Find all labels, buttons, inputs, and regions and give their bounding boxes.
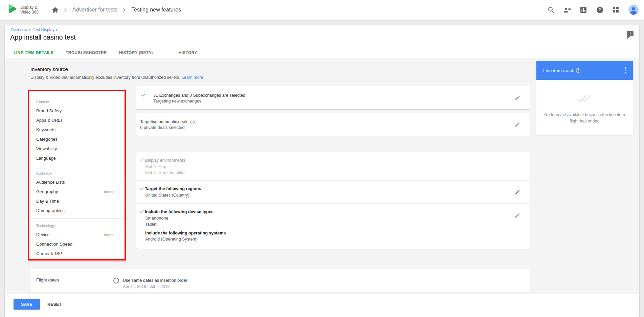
help-circle-icon[interactable]: ? [576, 68, 580, 73]
operating-systems-title: Include the following operating systems [145, 230, 525, 236]
home-icon[interactable] [52, 7, 59, 13]
geography-title: Target the following regions [145, 186, 525, 191]
devices-items: Smartphone Tablet Include the following … [141, 215, 525, 242]
added-badge: Added [104, 230, 114, 240]
chevron-right-icon [123, 8, 126, 12]
reports-icon[interactable] [580, 6, 587, 14]
action-footer: SAVE RESET [5, 294, 639, 317]
deals-card: Targeting automatic deals? 0 private dea… [136, 113, 530, 136]
sidebar-item-categories[interactable]: Categories [30, 135, 125, 144]
sidebar-item-connection-speed[interactable]: Connection Speed [30, 240, 125, 249]
geography-items: United States (Country) [141, 192, 525, 198]
environments-title: Display environments [145, 158, 525, 163]
help-icon[interactable]: ? [596, 6, 603, 14]
devices-row: Include the following device types Smart… [136, 203, 530, 249]
devices-title: Include the following device types [145, 209, 525, 214]
added-badge: Added [104, 187, 114, 197]
targeting-group-card: Display environments Mobile App Mobile A… [136, 152, 530, 249]
tab-troubleshooter[interactable]: TROUBLESHOOTER [60, 50, 112, 59]
dv360-logo[interactable]: Display & Video 360 [6, 3, 39, 17]
apps-grid-icon[interactable] [612, 6, 620, 14]
edit-pencil-icon[interactable] [514, 189, 520, 197]
breadcrumb-separator: › [29, 27, 30, 32]
date-range: Apr 24, 2019 - Jul 7, 2019 [123, 284, 170, 289]
section-title: Inventory source [30, 66, 68, 72]
sidebar-item-geography[interactable]: GeographyAdded [30, 187, 125, 197]
advertiser-breadcrumb[interactable]: Advertiser for tests [72, 7, 117, 13]
check-icon [139, 208, 145, 216]
sidebar-item-carrier-isp[interactable]: Carrier & ISP [30, 249, 125, 258]
flight-dates-card: Flight dates Use same dates as insertion… [30, 269, 530, 292]
sidebar-item-device[interactable]: DeviceAdded [30, 230, 125, 240]
help-circle-icon[interactable]: ? [190, 120, 195, 124]
dv360-logo-icon [6, 3, 18, 17]
reach-panel-title: Line item reach [543, 68, 574, 73]
tab-history-beta[interactable]: HISTORY (BETA) [114, 50, 158, 59]
exchanges-card: 31 Exchanges and 0 Subexchanges are sele… [136, 86, 530, 109]
radio-button[interactable] [113, 278, 119, 284]
double-check-icon [577, 94, 593, 104]
sidebar-item-audience-lists[interactable]: Audience Lists [30, 178, 125, 187]
search-icon[interactable] [547, 6, 555, 14]
reset-button[interactable]: RESET [47, 299, 62, 310]
user-avatar[interactable] [628, 5, 639, 15]
tab-bar: LINE ITEM DETAILS TROUBLESHOOTER HISTORY… [8, 50, 204, 59]
tab-history[interactable]: HISTORY [173, 50, 203, 59]
learn-more-link[interactable]: Learn more [182, 75, 203, 80]
reach-empty-message: No forecast available because the line i… [542, 112, 627, 124]
page-breadcrumb: Overview› Test Display› [10, 27, 59, 32]
edit-pencil-icon[interactable] [514, 121, 520, 129]
sidebar-item-brand-safety[interactable]: Brand Safety [30, 106, 125, 116]
line-item-details-content: Inventory source Display & Video 360 aut… [5, 58, 639, 294]
reach-panel-header: Line item reach ? [536, 61, 633, 80]
deals-subtitle: 0 private deals selected [140, 124, 525, 131]
page-title: App install casino test [10, 33, 75, 41]
exchanges-title: 31 Exchanges and 0 Subexchanges are sele… [153, 93, 525, 98]
sidebar-item-day-time[interactable]: Day & Time [30, 197, 125, 206]
manage-users-icon[interactable] [563, 6, 571, 14]
sidebar-item-demographics[interactable]: Demographics [30, 206, 125, 216]
divider [46, 5, 46, 15]
check-icon [139, 185, 145, 193]
product-name: Display & Video 360 [20, 5, 39, 15]
geography-row: Target the following regions United Stat… [136, 180, 530, 203]
save-button[interactable]: SAVE [14, 299, 40, 310]
menu-section-label: Technology [30, 221, 125, 230]
section-description: Display & Video 360 automatically exclud… [30, 75, 203, 80]
top-app-bar: Display & Video 360 Advertiser for tests… [0, 0, 644, 20]
environments-row: Display environments Mobile App Mobile A… [136, 152, 530, 180]
menu-section-audience: Audience Audience Lists GeographyAdded D… [30, 166, 125, 218]
environments-items: Mobile App Mobile App Interstitial [141, 164, 525, 176]
chevron-right-icon [64, 8, 67, 12]
flight-dates-label: Flight dates [36, 277, 59, 282]
sidebar-item-language[interactable]: Language [30, 154, 125, 163]
main-panel: Overview› Test Display› App install casi… [5, 25, 639, 317]
exchanges-subtitle: Targeting new exchanges [153, 98, 525, 104]
breadcrumb-separator: › [56, 27, 57, 32]
check-icon [140, 92, 146, 99]
deals-title: Targeting automatic deals? [140, 119, 525, 124]
radio-label: Use same dates as insertion order [123, 278, 187, 283]
check-icon-disabled [139, 157, 145, 164]
sidebar-item-apps-urls[interactable]: Apps & URLs [30, 116, 125, 125]
targeting-menu: Content Brand Safety Apps & URLs Keyword… [30, 91, 125, 261]
campaign-breadcrumb: Testing new features [131, 7, 181, 13]
menu-section-content: Content Brand Safety Apps & URLs Keyword… [30, 95, 125, 166]
tab-line-item-details[interactable]: LINE ITEM DETAILS [8, 50, 59, 59]
more-menu-icon[interactable] [623, 66, 627, 75]
menu-section-label: Content [30, 97, 125, 106]
breadcrumb-link-test-display[interactable]: Test Display [32, 27, 54, 32]
sidebar-item-viewability[interactable]: Viewability [30, 144, 125, 154]
menu-section-label: Audience [30, 169, 125, 178]
menu-section-technology: Technology DeviceAdded Connection Speed … [30, 218, 125, 261]
edit-pencil-icon[interactable] [514, 95, 520, 102]
feedback-icon[interactable]: ! [627, 31, 634, 36]
breadcrumb-link-overview[interactable]: Overview [10, 27, 27, 32]
reach-panel: Line item reach ? No forecast available … [536, 61, 633, 135]
reach-panel-body: No forecast available because the line i… [536, 80, 633, 135]
edit-pencil-icon[interactable] [514, 212, 520, 220]
sidebar-item-keywords[interactable]: Keywords [30, 125, 125, 135]
